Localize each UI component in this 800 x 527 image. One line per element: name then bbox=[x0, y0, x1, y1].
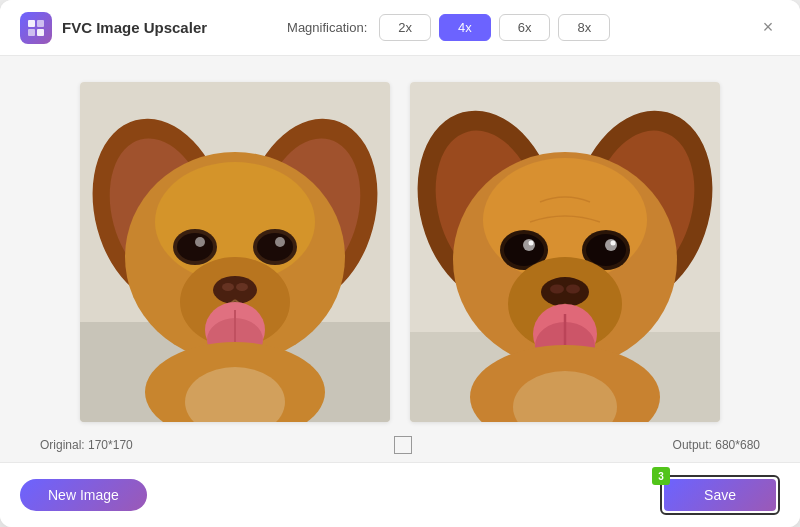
svg-point-16 bbox=[257, 233, 293, 261]
logo-area: FVC Image Upscaler bbox=[20, 12, 207, 44]
mag-2x-button[interactable]: 2x bbox=[379, 14, 431, 41]
magnification-area: Magnification: 2x 4x 6x 8x bbox=[287, 14, 610, 41]
svg-point-44 bbox=[541, 277, 589, 307]
original-size-label: Original: 170*170 bbox=[40, 438, 133, 452]
svg-point-37 bbox=[523, 239, 535, 251]
output-size-label: Output: 680*680 bbox=[673, 438, 760, 452]
new-image-button[interactable]: New Image bbox=[20, 479, 147, 511]
svg-point-36 bbox=[504, 234, 544, 266]
svg-point-20 bbox=[222, 283, 234, 291]
mag-4x-button[interactable]: 4x bbox=[439, 14, 491, 41]
center-compare-icon bbox=[394, 436, 412, 454]
svg-point-42 bbox=[611, 241, 616, 246]
svg-point-41 bbox=[605, 239, 617, 251]
header: FVC Image Upscaler Magnification: 2x 4x … bbox=[0, 0, 800, 56]
app-title: FVC Image Upscaler bbox=[62, 19, 207, 36]
footer: New Image 3 Save bbox=[0, 462, 800, 527]
svg-rect-1 bbox=[37, 20, 44, 27]
svg-point-46 bbox=[566, 285, 580, 294]
magnification-label: Magnification: bbox=[287, 20, 367, 35]
app-logo-icon bbox=[20, 12, 52, 44]
svg-point-40 bbox=[586, 234, 626, 266]
original-image-panel bbox=[80, 82, 390, 422]
svg-point-21 bbox=[236, 283, 248, 291]
save-badge: 3 bbox=[652, 467, 670, 485]
svg-rect-2 bbox=[28, 29, 35, 36]
output-image bbox=[410, 82, 720, 422]
mag-8x-button[interactable]: 8x bbox=[558, 14, 610, 41]
images-area bbox=[20, 76, 780, 428]
save-button-wrapper: Save bbox=[660, 475, 780, 515]
info-bar: Original: 170*170 Output: 680*680 bbox=[20, 428, 780, 462]
svg-point-17 bbox=[275, 237, 285, 247]
svg-point-38 bbox=[529, 241, 534, 246]
svg-rect-0 bbox=[28, 20, 35, 27]
original-image bbox=[80, 82, 390, 422]
svg-point-19 bbox=[213, 276, 257, 304]
close-button[interactable]: × bbox=[756, 16, 780, 40]
mag-6x-button[interactable]: 6x bbox=[499, 14, 551, 41]
output-image-panel bbox=[410, 82, 720, 422]
save-button[interactable]: Save bbox=[664, 479, 776, 511]
main-content: Original: 170*170 Output: 680*680 bbox=[0, 56, 800, 462]
save-area: 3 Save bbox=[660, 475, 780, 515]
svg-point-14 bbox=[195, 237, 205, 247]
mag-buttons-group: 2x 4x 6x 8x bbox=[379, 14, 610, 41]
svg-point-45 bbox=[550, 285, 564, 294]
svg-point-13 bbox=[177, 233, 213, 261]
app-window: FVC Image Upscaler Magnification: 2x 4x … bbox=[0, 0, 800, 527]
svg-rect-3 bbox=[37, 29, 44, 36]
